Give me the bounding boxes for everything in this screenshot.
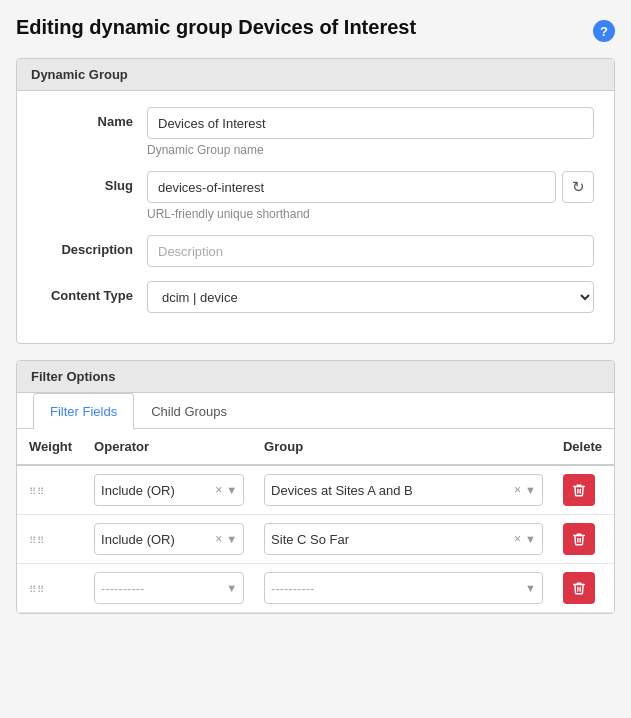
operator-select[interactable]: Include (OR)×▼: [94, 474, 244, 506]
delete-cell: [551, 465, 614, 515]
operator-value: Include (OR): [101, 483, 211, 498]
group-value: Site C So Far: [271, 532, 510, 547]
drag-handle[interactable]: ⠿⠿: [29, 535, 45, 546]
operator-arrow-icon: ▼: [226, 533, 237, 545]
tabs-bar: Filter Fields Child Groups: [17, 393, 614, 429]
description-row: Description: [37, 235, 594, 267]
group-arrow-icon: ▼: [525, 484, 536, 496]
content-type-label: Content Type: [37, 281, 147, 303]
slug-row: Slug ↻ URL-friendly unique shorthand: [37, 171, 594, 221]
operator-arrow-icon: ▼: [226, 582, 237, 594]
group-select[interactable]: Site C So Far×▼: [264, 523, 543, 555]
name-label: Name: [37, 107, 147, 129]
filter-options-card: Filter Options Filter Fields Child Group…: [16, 360, 615, 614]
col-header-group: Group: [252, 429, 551, 465]
tab-filter-fields[interactable]: Filter Fields: [33, 393, 134, 429]
group-cell: ----------▼: [252, 564, 551, 613]
operator-select[interactable]: Include (OR)×▼: [94, 523, 244, 555]
operator-select[interactable]: ----------▼: [94, 572, 244, 604]
operator-clear[interactable]: ×: [215, 483, 222, 497]
delete-button[interactable]: [563, 474, 595, 506]
description-input[interactable]: [147, 235, 594, 267]
operator-cell: ----------▼: [82, 564, 252, 613]
slug-hint: URL-friendly unique shorthand: [147, 207, 594, 221]
table-row: ⠿⠿Include (OR)×▼Devices at Sites A and B…: [17, 465, 614, 515]
delete-cell: [551, 515, 614, 564]
table-row: ⠿⠿Include (OR)×▼Site C So Far×▼: [17, 515, 614, 564]
description-field: [147, 235, 594, 267]
slug-wrapper: ↻: [147, 171, 594, 203]
tab-child-groups[interactable]: Child Groups: [134, 393, 244, 429]
table-header-row: Weight Operator Group Delete: [17, 429, 614, 465]
slug-refresh-button[interactable]: ↻: [562, 171, 594, 203]
slug-label: Slug: [37, 171, 147, 193]
drag-handle[interactable]: ⠿⠿: [29, 486, 45, 497]
col-header-delete: Delete: [551, 429, 614, 465]
filter-table: Weight Operator Group Delete ⠿⠿Include (…: [17, 429, 614, 613]
operator-value: ----------: [101, 581, 222, 596]
group-cell: Devices at Sites A and B×▼: [252, 465, 551, 515]
operator-clear[interactable]: ×: [215, 532, 222, 546]
group-value: ----------: [271, 581, 521, 596]
refresh-icon: ↻: [572, 178, 585, 196]
name-field: Dynamic Group name: [147, 107, 594, 157]
group-select[interactable]: Devices at Sites A and B×▼: [264, 474, 543, 506]
content-type-select[interactable]: dcim | devicedcim | rackdcim | site: [147, 281, 594, 313]
weight-cell: ⠿⠿: [17, 515, 82, 564]
name-input[interactable]: [147, 107, 594, 139]
filter-options-header: Filter Options: [17, 361, 614, 393]
group-arrow-icon: ▼: [525, 533, 536, 545]
delete-cell: [551, 564, 614, 613]
delete-button[interactable]: [563, 572, 595, 604]
operator-value: Include (OR): [101, 532, 211, 547]
group-cell: Site C So Far×▼: [252, 515, 551, 564]
page-title: Editing dynamic group Devices of Interes…: [16, 16, 416, 39]
col-header-operator: Operator: [82, 429, 252, 465]
slug-field: ↻ URL-friendly unique shorthand: [147, 171, 594, 221]
table-row: ⠿⠿----------▼----------▼: [17, 564, 614, 613]
group-clear[interactable]: ×: [514, 483, 521, 497]
description-label: Description: [37, 235, 147, 257]
group-arrow-icon: ▼: [525, 582, 536, 594]
operator-cell: Include (OR)×▼: [82, 515, 252, 564]
slug-input[interactable]: [147, 171, 556, 203]
weight-cell: ⠿⠿: [17, 465, 82, 515]
content-type-field: dcim | devicedcim | rackdcim | site: [147, 281, 594, 313]
name-hint: Dynamic Group name: [147, 143, 594, 157]
dynamic-group-card: Dynamic Group Name Dynamic Group name Sl…: [16, 58, 615, 344]
group-value: Devices at Sites A and B: [271, 483, 510, 498]
weight-cell: ⠿⠿: [17, 564, 82, 613]
operator-cell: Include (OR)×▼: [82, 465, 252, 515]
drag-handle[interactable]: ⠿⠿: [29, 584, 45, 595]
delete-button[interactable]: [563, 523, 595, 555]
filter-table-container: Weight Operator Group Delete ⠿⠿Include (…: [17, 429, 614, 613]
help-icon[interactable]: ?: [593, 20, 615, 42]
content-type-row: Content Type dcim | devicedcim | rackdci…: [37, 281, 594, 313]
operator-arrow-icon: ▼: [226, 484, 237, 496]
name-row: Name Dynamic Group name: [37, 107, 594, 157]
col-header-weight: Weight: [17, 429, 82, 465]
group-select[interactable]: ----------▼: [264, 572, 543, 604]
dynamic-group-card-header: Dynamic Group: [17, 59, 614, 91]
group-clear[interactable]: ×: [514, 532, 521, 546]
